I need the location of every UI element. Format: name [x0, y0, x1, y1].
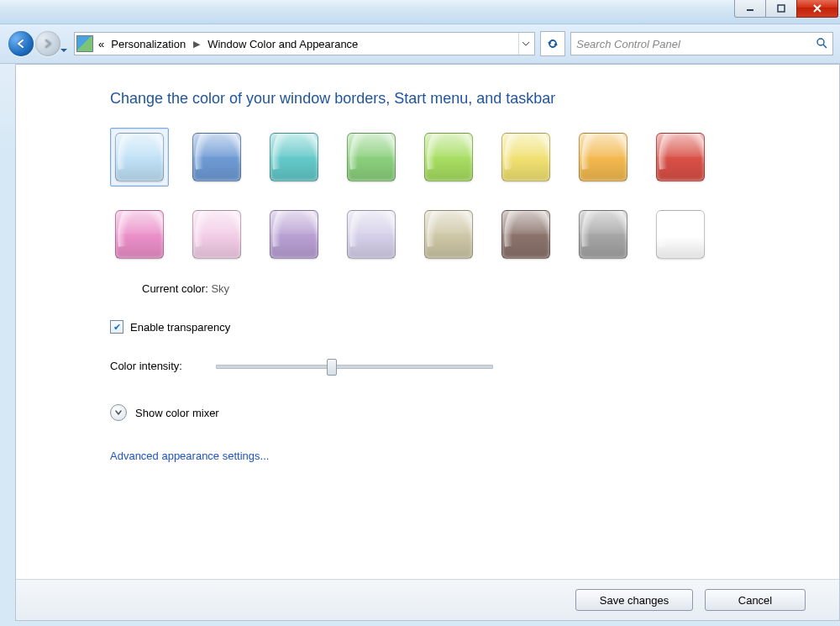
search-input[interactable]: Search Control Panel [570, 32, 833, 55]
color-swatch[interactable] [342, 128, 401, 187]
color-swatch-tile [579, 210, 627, 259]
color-swatch[interactable] [651, 128, 710, 187]
color-swatch[interactable] [496, 205, 555, 264]
color-swatch[interactable] [574, 128, 633, 187]
breadcrumb-item[interactable]: Personalization [109, 38, 187, 50]
window-frame: « Personalization ▶ Window Color and App… [0, 0, 840, 626]
color-swatch-grid [110, 128, 748, 264]
color-swatch[interactable] [651, 205, 710, 264]
content-panel: Change the color of your window borders,… [15, 64, 840, 621]
breadcrumb-item[interactable]: Window Color and Appearance [206, 38, 360, 50]
color-swatch[interactable] [265, 128, 323, 187]
color-swatch-tile [192, 133, 241, 181]
minimize-icon [745, 3, 755, 13]
color-swatch-tile [656, 133, 705, 181]
chevron-down-icon [110, 404, 127, 421]
nav-arrows [5, 29, 69, 58]
color-swatch[interactable] [419, 128, 478, 187]
slider-thumb[interactable] [327, 359, 337, 376]
button-bar: Save changes Cancel [16, 579, 839, 620]
intensity-label: Color intensity: [110, 360, 182, 372]
color-mixer-label: Show color mixer [135, 407, 219, 419]
transparency-row: Enable transparency [110, 320, 806, 334]
close-button[interactable] [796, 0, 838, 18]
color-swatch[interactable] [419, 205, 478, 264]
color-swatch[interactable] [574, 205, 633, 264]
refresh-button[interactable] [540, 31, 565, 56]
color-swatch-tile [656, 210, 705, 259]
navbar: « Personalization ▶ Window Color and App… [0, 24, 840, 64]
svg-point-1 [817, 39, 824, 45]
address-dropdown-button[interactable] [518, 33, 533, 55]
color-swatch[interactable] [110, 128, 169, 187]
color-swatch[interactable] [110, 205, 169, 264]
advanced-appearance-link[interactable]: Advanced appearance settings... [110, 450, 806, 462]
maximize-button[interactable] [765, 0, 797, 18]
color-swatch[interactable] [265, 205, 323, 264]
color-mixer-toggle[interactable]: Show color mixer [110, 404, 806, 421]
current-color-value: Sky [211, 282, 229, 295]
color-swatch-tile [270, 210, 318, 259]
history-dropdown-button[interactable] [60, 49, 67, 52]
breadcrumb-separator-icon: ▶ [191, 39, 202, 50]
arrow-right-icon [42, 38, 54, 50]
transparency-label: Enable transparency [130, 321, 230, 334]
refresh-icon [546, 37, 559, 50]
control-panel-icon [76, 35, 93, 52]
cancel-button[interactable]: Cancel [705, 589, 806, 611]
color-swatch-tile [424, 210, 473, 259]
color-swatch-tile [270, 133, 318, 181]
breadcrumb-prefix: « [97, 38, 106, 50]
color-swatch-tile [115, 133, 164, 181]
forward-button[interactable] [35, 31, 60, 56]
color-swatch-tile [347, 210, 396, 259]
current-color-row: Current color: Sky [142, 282, 806, 295]
color-swatch[interactable] [187, 205, 246, 264]
color-swatch-tile [115, 210, 164, 259]
slider-track [216, 365, 493, 369]
arrow-left-icon [15, 38, 27, 50]
color-swatch-tile [501, 133, 550, 181]
color-swatch[interactable] [187, 128, 246, 187]
caret-down-icon [522, 40, 529, 47]
color-swatch-tile [501, 210, 550, 259]
color-swatch-tile [347, 133, 396, 181]
intensity-row: Color intensity: [110, 357, 806, 374]
color-swatch-tile [424, 133, 473, 181]
svg-rect-0 [778, 5, 785, 12]
color-swatch-tile [579, 133, 627, 181]
color-swatch[interactable] [496, 128, 555, 187]
save-button[interactable]: Save changes [575, 589, 693, 611]
titlebar [0, 0, 840, 24]
color-swatch-tile [192, 210, 241, 259]
search-placeholder: Search Control Panel [576, 38, 816, 50]
current-color-label: Current color: [142, 282, 208, 295]
page-title: Change the color of your window borders,… [110, 90, 806, 108]
intensity-slider[interactable] [216, 357, 493, 374]
color-swatch[interactable] [342, 205, 401, 264]
search-icon [816, 37, 827, 51]
address-bar[interactable]: « Personalization ▶ Window Color and App… [74, 32, 535, 55]
maximize-icon [776, 3, 786, 13]
transparency-checkbox[interactable] [110, 320, 123, 334]
close-icon [812, 3, 822, 13]
minimize-button[interactable] [734, 0, 766, 18]
back-button[interactable] [8, 31, 34, 56]
window-controls [735, 0, 838, 18]
